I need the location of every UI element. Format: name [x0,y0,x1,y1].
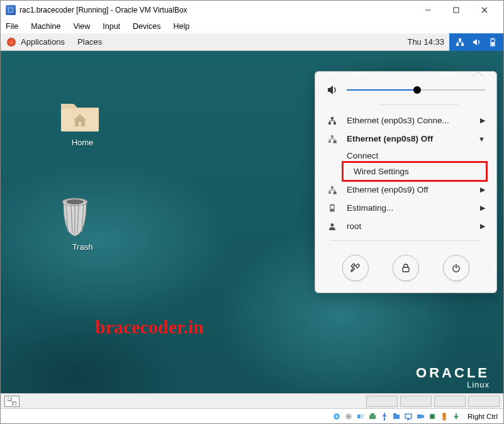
places-menu[interactable]: Places [77,37,102,47]
taskbar-slot[interactable] [434,396,466,407]
menu-help[interactable]: Help [172,21,191,32]
power-button[interactable] [443,255,469,281]
desktop-icon-label: Trash [57,242,108,252]
display-icon[interactable] [403,411,413,421]
clock[interactable]: Thu 14:33 [407,37,444,47]
virtualbox-icon [6,5,16,15]
chevron-right-icon: ▶ [480,222,485,230]
audio-icon[interactable] [356,411,366,421]
menu-file[interactable]: File [4,21,20,32]
menu-item-ethernet-enp0s3[interactable]: Ethernet (enp0s3) Conne... ▶ [315,111,496,130]
watermark-text: bracecoder.in [95,316,204,338]
svg-point-14 [66,199,84,204]
folder-home-icon [57,96,103,134]
chevron-right-icon: ▶ [480,186,485,194]
keyboard-capture-icon[interactable] [451,411,461,421]
oracle-brand-big: ORACLE [416,365,490,381]
usb-icon[interactable] [379,411,389,421]
menu-input[interactable]: Input [101,21,121,32]
svg-rect-49 [405,414,412,418]
user-icon [327,222,338,231]
svg-rect-19 [328,140,331,143]
svg-rect-6 [459,38,461,41]
maximize-button[interactable] [442,1,470,20]
svg-rect-3 [454,8,459,13]
activities-icon[interactable] [7,38,16,47]
hard-disk-icon[interactable] [332,411,342,421]
svg-rect-53 [431,415,434,418]
submenu-wired-settings[interactable]: Wired Settings [349,163,486,180]
menu-item-battery[interactable]: Estimating... ▶ [315,199,496,217]
menu-item-ethernet-enp0s9[interactable]: Ethernet (enp0s9) Off ▶ [315,181,496,199]
svg-rect-24 [328,191,331,194]
guest-display: Applications Places Thu 14:33 Home Trash… [1,33,503,408]
menu-item-label: Ethernet (enp0s8) Off [347,134,469,143]
cpu-icon[interactable] [427,411,437,421]
svg-rect-43 [357,415,361,418]
menu-view[interactable]: View [72,21,91,32]
svg-point-40 [336,415,338,417]
svg-rect-23 [331,186,333,189]
taskbar-slot[interactable] [400,396,432,407]
volume-icon [472,38,481,47]
svg-point-46 [384,418,386,420]
battery-icon [488,38,497,47]
desktop-icon-home[interactable]: Home [57,96,108,147]
recording-icon[interactable] [415,411,425,421]
settings-button[interactable] [342,255,369,281]
close-button[interactable] [470,1,498,20]
system-tray[interactable] [449,33,503,51]
svg-rect-44 [369,415,376,419]
svg-rect-18 [331,135,333,138]
highlight-annotation: Wired Settings [342,161,488,182]
menu-devices[interactable]: Devices [132,21,162,32]
svg-point-42 [348,415,350,417]
volume-slider[interactable] [347,86,485,94]
window-titlebar: rac1.bracecoder [Running] - Oracle VM Vi… [1,1,503,20]
tools-icon [350,262,361,274]
lock-button[interactable] [393,255,419,281]
svg-rect-8 [461,43,464,46]
gnome-top-bar: Applications Places Thu 14:33 [1,33,503,51]
menu-item-user[interactable]: root ▶ [315,217,496,235]
svg-rect-11 [491,42,494,45]
menu-item-ethernet-enp0s8[interactable]: Ethernet (enp0s8) Off ▼ [315,130,496,148]
workspace-switcher[interactable] [4,396,20,407]
submenu-label: Wired Settings [354,167,481,176]
taskbar-slot[interactable] [366,396,398,407]
svg-rect-1 [9,8,13,12]
volume-slider-row [315,81,496,101]
desktop-icon-trash[interactable]: Trash [57,197,108,252]
svg-rect-30 [331,209,333,211]
svg-rect-7 [456,43,459,46]
network-adapter-icon[interactable] [367,411,378,421]
svg-rect-17 [333,122,336,125]
submenu-label: Connect [347,151,485,160]
svg-rect-45 [371,413,374,415]
trash-icon [57,197,92,238]
volume-icon [327,84,338,96]
svg-rect-48 [393,413,396,415]
svg-rect-16 [328,122,331,125]
wired-network-off-icon [327,186,338,194]
taskbar-slot[interactable] [468,396,500,407]
chevron-right-icon: ▶ [480,116,485,125]
host-key-indicator[interactable]: Right Ctrl [466,412,500,421]
gnome-bottom-bar [1,393,503,408]
menu-item-label: root [347,221,471,231]
shared-folders-icon[interactable] [391,411,401,421]
optical-drive-icon[interactable] [344,411,354,421]
oracle-brand-sub: Linux [416,380,490,389]
svg-rect-47 [393,415,400,419]
minimize-button[interactable] [413,1,442,20]
applications-menu[interactable]: Applications [21,37,65,47]
oracle-brand: ORACLE Linux [416,365,490,389]
menubar: File Machine View Input Devices Help [1,20,503,33]
battery-icon [327,204,338,213]
svg-rect-38 [13,402,16,405]
mouse-integration-icon[interactable] [439,411,449,421]
svg-point-31 [331,223,334,226]
svg-rect-32 [403,267,409,272]
power-icon [451,263,461,273]
menu-machine[interactable]: Machine [30,21,62,32]
